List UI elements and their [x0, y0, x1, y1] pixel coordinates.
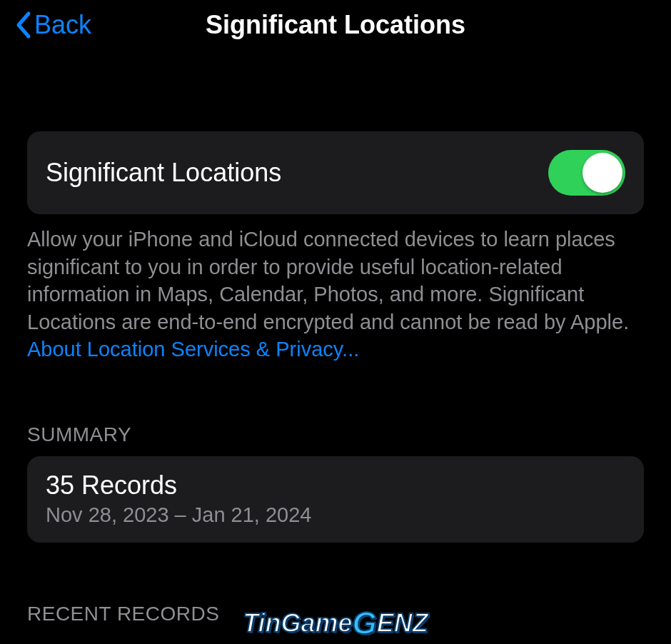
page-title: Significant Locations — [206, 10, 465, 40]
watermark-text-3: ENZ — [377, 608, 428, 638]
summary-card[interactable]: 35 Records Nov 28, 2023 – Jan 21, 2024 — [27, 456, 644, 543]
watermark: TinGameGENZ — [243, 605, 428, 641]
significant-locations-toggle[interactable] — [548, 150, 625, 196]
watermark-text-1: TinGame — [243, 608, 352, 638]
significant-locations-label: Significant Locations — [46, 158, 281, 188]
back-label: Back — [34, 10, 91, 40]
summary-records-count: 35 Records — [46, 471, 625, 500]
navigation-header: Back Significant Locations — [0, 0, 671, 54]
summary-section-header: SUMMARY — [27, 423, 644, 446]
privacy-link[interactable]: About Location Services & Privacy... — [27, 336, 359, 363]
description-body: Allow your iPhone and iCloud connected d… — [27, 228, 629, 333]
chevron-left-icon — [14, 11, 31, 39]
switch-knob — [582, 153, 622, 193]
summary-date-range: Nov 28, 2023 – Jan 21, 2024 — [46, 503, 625, 527]
description-text: Allow your iPhone and iCloud connected d… — [27, 214, 644, 363]
settings-content: Significant Locations Allow your iPhone … — [0, 131, 671, 625]
significant-locations-row: Significant Locations — [27, 131, 644, 214]
watermark-text-2: G — [353, 605, 377, 641]
back-button[interactable]: Back — [14, 10, 91, 40]
